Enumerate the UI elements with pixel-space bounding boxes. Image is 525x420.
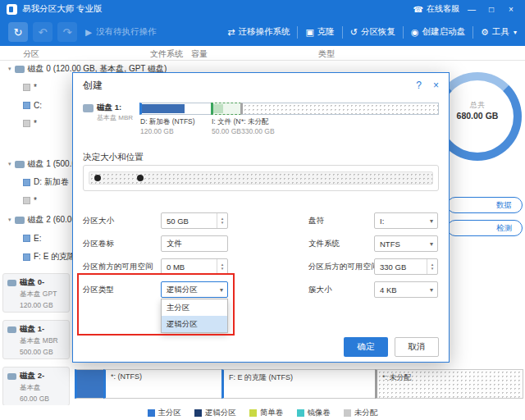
toolbar: ↻ ↶ ↷ ▶ 没有待执行操作 ⇄ 迁移操作系统 ▣ 克隆 ↺ 分区恢复 ◉	[0, 18, 525, 46]
legend-label: 未分配	[354, 408, 378, 418]
boot-disk-label: 创建启动盘	[422, 26, 466, 38]
right-panel-check-button[interactable]: 检测	[447, 220, 523, 236]
redo-button[interactable]: ↷	[57, 22, 77, 42]
drive-letter-select[interactable]: I: ▾	[374, 212, 438, 229]
right-panel-data-button[interactable]: 数据	[447, 197, 523, 213]
space-before-label: 分区前方的可用空间	[83, 258, 153, 275]
boot-disk-icon: ◉	[411, 27, 419, 38]
pending-operations-button[interactable]: ▶ 没有待执行操作	[85, 26, 157, 38]
partition-block-label: *: 未分配	[382, 373, 412, 381]
segment-bar	[211, 103, 241, 115]
strip-segment-new[interactable]: I: 文件 (NTFS) 50.00 GB	[212, 103, 241, 142]
partition-icon	[23, 235, 30, 242]
clone-button[interactable]: ▣ 克隆	[305, 26, 334, 38]
segment-label: *: 未分配	[241, 117, 439, 127]
disk-icon	[83, 104, 94, 112]
legend-color-mirror-icon	[297, 409, 304, 417]
disk-card-1[interactable]: 磁盘 1- 基本盘 MBR 500.00 GB	[2, 320, 70, 359]
online-service-button[interactable]: ☎ 在线客服	[413, 3, 459, 15]
dropdown-option-primary[interactable]: 主分区	[162, 299, 227, 316]
space-before-value: 0 MB	[167, 262, 185, 272]
space-before-input[interactable]: 0 MB ▴▾	[161, 258, 228, 275]
cancel-button[interactable]: 取消	[395, 337, 439, 357]
refresh-button[interactable]: ↻	[8, 22, 28, 42]
toolbar-separator	[297, 26, 298, 39]
boot-disk-button[interactable]: ◉ 创建启动盘	[411, 26, 465, 38]
legend-item-mirror: 镜像卷	[297, 408, 331, 418]
strip-segment-unallocated[interactable]: *: 未分配 330.00 GB	[241, 103, 439, 142]
disk-card-title: 磁盘 1-	[7, 324, 65, 335]
cluster-size-select[interactable]: 4 KB ▾	[374, 281, 438, 298]
legend-label: 逻辑分区	[205, 408, 236, 418]
size-position-slider[interactable]	[83, 165, 439, 191]
expand-arrow-icon: ▾	[8, 66, 11, 72]
strip-disk-info: 磁盘 1: 基本盘 MBR	[83, 103, 140, 142]
partition-block[interactable]: F: E 的克隆 (NTFS)	[221, 369, 376, 399]
legend-label: 镜像卷	[308, 408, 331, 418]
partition-block[interactable]: *: (NTFS)	[103, 369, 222, 399]
segment-size: 50.00 GB	[212, 127, 241, 135]
dialog-header: 创建 ? ×	[73, 73, 449, 98]
dropdown-option-logical[interactable]: 逻辑分区	[162, 316, 227, 332]
partition-size-input[interactable]: 50 GB ▴▾	[161, 212, 228, 229]
tools-icon: ⚙	[481, 27, 489, 38]
section-title: 决定大小和位置	[83, 152, 144, 163]
space-after-input[interactable]: 330 GB ▴▾	[374, 258, 438, 275]
migrate-os-label: 迁移操作系统	[238, 26, 290, 38]
legend-item-logical: 逻辑分区	[194, 408, 236, 418]
migrate-os-icon: ⇄	[227, 27, 235, 38]
undo-button[interactable]: ↶	[33, 22, 52, 42]
segment-bar	[139, 103, 212, 115]
disk-card-desc: 基本盘 GPT	[7, 290, 65, 299]
spinner-icon[interactable]: ▴▾	[217, 213, 227, 228]
refresh-icon: ↻	[14, 26, 23, 39]
strip-disk-desc: 基本盘 MBR	[83, 113, 140, 122]
maximize-button[interactable]: □	[484, 5, 499, 14]
drive-letter-label: 盘符	[308, 212, 324, 229]
partition-type-value: 逻辑分区	[167, 285, 198, 295]
tree-item-label: *	[34, 83, 37, 92]
slider-handle-right[interactable]	[137, 175, 144, 181]
tree-item-label: *	[34, 196, 37, 205]
disk-icon	[7, 280, 16, 286]
strip-segment-existing[interactable]: D: 新加卷 (NTFS) 120.00 GB	[140, 103, 212, 142]
volume-label-input[interactable]: 文件	[161, 235, 228, 252]
toolbar-separator	[403, 26, 404, 39]
partition-recovery-label: 分区恢复	[361, 26, 395, 38]
migrate-os-button[interactable]: ⇄ 迁移操作系统	[227, 26, 290, 38]
legend-color-primary-icon	[148, 409, 155, 417]
dialog-close-icon[interactable]: ×	[433, 80, 439, 91]
partition-type-select[interactable]: 逻辑分区 ▾	[161, 281, 228, 298]
minimize-button[interactable]: —	[464, 5, 479, 14]
undo-icon: ↶	[39, 26, 48, 39]
disk-card-title: 磁盘 0-	[7, 277, 65, 288]
expand-arrow-icon: ▾	[8, 217, 11, 223]
disk-card-0[interactable]: 磁盘 0- 基本盘 GPT 120.00 GB	[2, 273, 70, 313]
spinner-icon[interactable]: ▴▾	[427, 259, 437, 274]
disk-card-2[interactable]: 磁盘 2- 基本盘 60.00 GB	[2, 367, 70, 406]
filesystem-select[interactable]: NTFS ▾	[374, 235, 438, 252]
partition-icon	[23, 120, 30, 127]
disk-card-name: 磁盘 0-	[20, 277, 44, 288]
chevron-down-icon: ▾	[430, 286, 437, 294]
partition-block-unallocated[interactable]: *: 未分配	[375, 369, 523, 399]
disk-icon	[7, 373, 16, 380]
tree-item-label: D: 新加卷	[34, 176, 69, 188]
close-button[interactable]: ×	[504, 5, 518, 14]
help-icon[interactable]: ?	[416, 80, 422, 91]
partition-recovery-button[interactable]: ↺ 分区恢复	[350, 26, 395, 38]
ok-button[interactable]: 确定	[344, 337, 388, 357]
filesystem-label: 文件系统	[308, 235, 340, 252]
clone-icon: ▣	[305, 27, 313, 38]
tools-button[interactable]: ⚙ 工具 ▾	[481, 26, 517, 38]
legend-color-simple-icon	[249, 409, 257, 417]
spinner-icon[interactable]: ▴▾	[217, 259, 227, 274]
legend-label: 主分区	[158, 408, 182, 418]
partition-icon	[23, 102, 30, 109]
partition-size-label: 分区大小	[83, 212, 114, 229]
strip-disk-name: 磁盘 1:	[97, 103, 121, 113]
slider-handle-left[interactable]	[94, 175, 101, 181]
partition-block-selected[interactable]	[75, 369, 104, 399]
strip-segments: D: 新加卷 (NTFS) 120.00 GB I: 文件 (NTFS) 50.…	[140, 103, 439, 142]
tree-item-label: *	[34, 119, 37, 128]
